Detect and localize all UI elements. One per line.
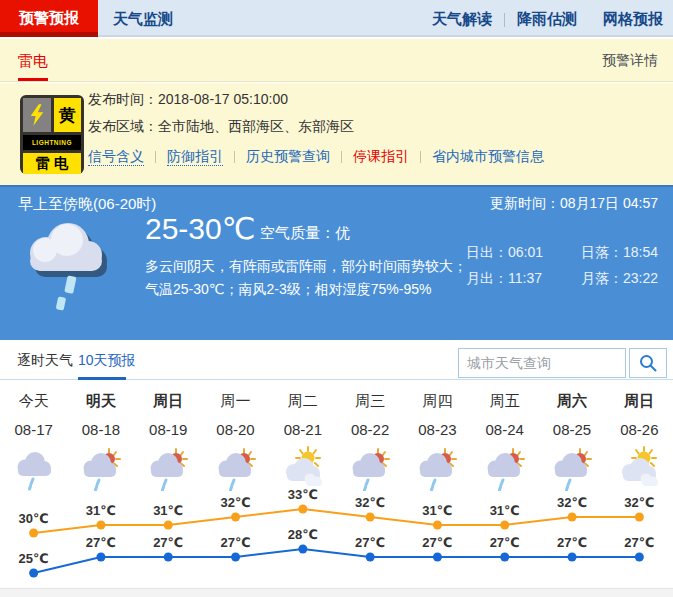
warning-grade-label: 黄: [54, 98, 81, 132]
moonrise-time: 月出：11:37: [466, 265, 542, 291]
rain-cloud-icon: [16, 213, 116, 317]
temp-point-label: 28℃: [288, 527, 318, 542]
day-date: 08-17: [0, 421, 67, 438]
link-province-city-alerts[interactable]: 省内城市预警信息: [432, 148, 544, 164]
description-line-2: 气温25-30℃；南风2-3级；相对湿度75%-95%: [145, 278, 467, 301]
forecast-day-column[interactable]: 周日08-19: [135, 392, 202, 491]
temp-point-label: 31℃: [422, 503, 452, 518]
day-date: 08-25: [538, 421, 605, 438]
temp-point-label: 32℃: [355, 495, 385, 510]
temperature-range: 25-30℃: [145, 211, 255, 246]
day-label: 周日: [606, 392, 673, 411]
day-date: 08-23: [404, 421, 471, 438]
temp-point: [231, 513, 240, 522]
temp-point: [568, 513, 577, 522]
moon-times-row: 月出：11:37 月落：23:22: [466, 265, 658, 291]
temp-line: [34, 549, 640, 573]
publish-area-line: 发布区域：全市陆地、西部海区、东部海区: [88, 118, 544, 136]
divider: [420, 151, 421, 163]
update-time-value: 08月17日 04:57: [560, 195, 658, 211]
search-button[interactable]: [629, 348, 667, 378]
temp-point-label: 33℃: [288, 487, 318, 502]
lightning-warning-section: 黄 LIGHTNING 雷电 发布时间：2018-08-17 05:10:00 …: [0, 83, 673, 185]
forecast-day-column[interactable]: 周日08-26: [606, 392, 673, 491]
day-label: 周六: [538, 392, 605, 411]
temp-point: [366, 553, 375, 562]
description-line-1: 多云间阴天，有阵雨或雷阵雨，部分时间雨势较大；: [145, 255, 467, 278]
temp-point-label: 27℃: [220, 535, 250, 550]
search-icon: [638, 353, 658, 373]
link-class-suspension-guide[interactable]: 停课指引: [353, 148, 409, 164]
temp-point: [635, 513, 644, 522]
forecast-day-column[interactable]: 周五08-24: [471, 392, 538, 491]
tab-weather-monitor[interactable]: 天气监测: [113, 0, 173, 37]
link-history-alert-query[interactable]: 历史预警查询: [246, 148, 330, 164]
day-date: 08-18: [67, 421, 134, 438]
link-grid-forecast[interactable]: 网格预报: [603, 10, 663, 27]
forecast-day-column[interactable]: 今天08-17: [0, 392, 67, 491]
link-signal-meaning[interactable]: 信号含义: [88, 148, 144, 166]
temp-point: [29, 529, 38, 538]
temp-point: [635, 553, 644, 562]
temp-point: [96, 553, 105, 562]
day-label: 周五: [471, 392, 538, 411]
forecast-tabs-row: 逐时天气 10天预报: [0, 340, 673, 380]
temp-point: [29, 569, 38, 578]
link-rain-estimation[interactable]: 降雨估测: [517, 10, 577, 27]
temp-point-label: 27℃: [557, 535, 587, 550]
divider: [155, 151, 156, 163]
forecast-day-column[interactable]: 周一08-20: [202, 392, 269, 491]
tab-ten-day-forecast[interactable]: 10天预报: [78, 352, 136, 370]
temp-point-label: 27℃: [422, 535, 452, 550]
alert-tab-row: 雷电 预警详情: [0, 39, 673, 82]
active-tab-underline: [18, 78, 48, 81]
temp-line: [34, 509, 640, 533]
moonset-time: 月落：23:22: [581, 265, 658, 291]
publish-time-label: 发布时间：: [88, 91, 158, 107]
forecast-day-column[interactable]: 明天08-18: [67, 392, 134, 491]
lightning-bolt-icon: [23, 98, 51, 132]
link-weather-interpretation[interactable]: 天气解读: [432, 10, 492, 27]
temp-point-label: 31℃: [153, 503, 183, 518]
temp-point-label: 31℃: [86, 503, 116, 518]
divider: [504, 13, 505, 27]
day-label: 今天: [0, 392, 67, 411]
temp-point-label: 32℃: [557, 495, 587, 510]
publish-time-line: 发布时间：2018-08-17 05:10:00: [88, 91, 544, 109]
temp-point: [298, 505, 307, 514]
day-label: 明天: [67, 392, 134, 411]
warning-sign-top-row: 黄: [23, 98, 81, 132]
temp-point-label: 27℃: [355, 535, 385, 550]
temp-point: [96, 521, 105, 530]
temp-point-label: 32℃: [624, 495, 654, 510]
tab-lightning-alert[interactable]: 雷电: [18, 52, 48, 71]
link-defense-guide[interactable]: 防御指引: [167, 148, 223, 166]
forecast-day-column[interactable]: 周四08-23: [404, 392, 471, 491]
forecast-day-column[interactable]: 周二08-21: [269, 392, 336, 491]
temp-point-label: 30℃: [19, 511, 49, 526]
city-weather-search-input[interactable]: [458, 348, 626, 378]
divider: [234, 151, 235, 163]
sun-times-row: 日出：06:01 日落：18:54: [466, 239, 658, 265]
publish-time-value: 2018-08-17 05:10:00: [158, 91, 288, 107]
forecast-day-column[interactable]: 周三08-22: [336, 392, 403, 491]
warning-info-block: 发布时间：2018-08-17 05:10:00 发布区域：全市陆地、西部海区、…: [88, 91, 544, 166]
forecast-day-column[interactable]: 周六08-25: [538, 392, 605, 491]
bottom-divider-strip: [0, 588, 673, 597]
day-label: 周日: [135, 392, 202, 411]
temp-point: [500, 553, 509, 562]
temp-point: [231, 553, 240, 562]
temp-point: [433, 521, 442, 530]
top-nav-bar: 预警预报 天气监测 天气解读降雨估测网格预报: [0, 0, 673, 37]
tab-hourly-weather[interactable]: 逐时天气: [17, 352, 73, 370]
temp-point: [298, 545, 307, 554]
divider: [341, 151, 342, 163]
temp-point-label: 32℃: [220, 495, 250, 510]
day-date: 08-21: [269, 421, 336, 438]
temp-point: [568, 553, 577, 562]
update-time-label: 更新时间：: [490, 195, 560, 211]
link-alert-details[interactable]: 预警详情: [602, 52, 658, 70]
tab-warning-forecast[interactable]: 预警预报: [0, 0, 98, 37]
sun-moon-times: 日出：06:01 日落：18:54 月出：11:37 月落：23:22: [466, 239, 658, 291]
forecast-period-label: 早上至傍晚(06-20时): [18, 195, 156, 214]
